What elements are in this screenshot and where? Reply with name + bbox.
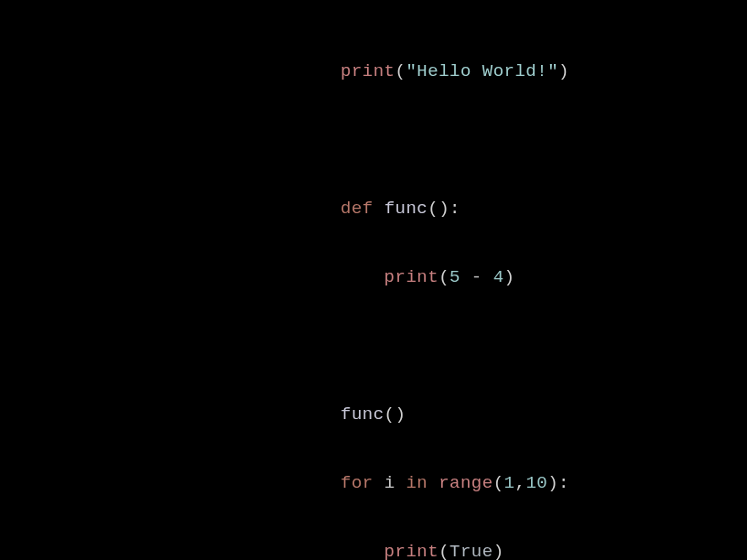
comma: , [514, 473, 525, 493]
code-line-1: print("Hello World!") [341, 60, 569, 83]
code-line-6: func() [341, 404, 569, 426]
number-literal: 5 [449, 267, 460, 287]
parens: () [428, 199, 449, 219]
paren-open: ( [438, 542, 449, 560]
paren-open: ( [438, 267, 449, 287]
paren-close: ) [547, 473, 558, 493]
function-call: func [341, 404, 384, 425]
operator-minus: - [471, 267, 482, 287]
paren-open: ( [493, 473, 504, 493]
parens: () [384, 404, 406, 425]
function-name: func [384, 199, 428, 219]
paren-open: ( [395, 61, 406, 81]
constant-true: True [449, 542, 493, 560]
code-line-3: def func(): [341, 198, 569, 221]
builtin-print: print [341, 61, 395, 81]
keyword-in: in [406, 473, 428, 493]
number-literal: 10 [525, 473, 547, 493]
paren-close: ) [558, 61, 569, 81]
builtin-print: print [384, 542, 439, 560]
paren-close: ) [504, 267, 515, 287]
code-line-7: for i in range(1,10): [341, 472, 569, 495]
code-line-8: print(True) [341, 541, 569, 560]
number-literal: 4 [493, 267, 504, 287]
keyword-def: def [341, 199, 374, 219]
keyword-for: for [341, 473, 374, 493]
blank-line [341, 335, 569, 358]
code-line-4: print(5 - 4) [341, 266, 569, 289]
colon: : [558, 473, 569, 493]
identifier: i [384, 473, 395, 493]
string-literal: "Hello World!" [406, 61, 558, 81]
number-literal: 1 [504, 473, 515, 493]
builtin-print: print [384, 267, 439, 287]
code-editor: print("Hello World!") def func(): print(… [341, 15, 569, 560]
paren-close: ) [493, 542, 504, 560]
builtin-range: range [438, 473, 493, 493]
blank-line [341, 129, 569, 152]
colon: : [449, 199, 460, 219]
